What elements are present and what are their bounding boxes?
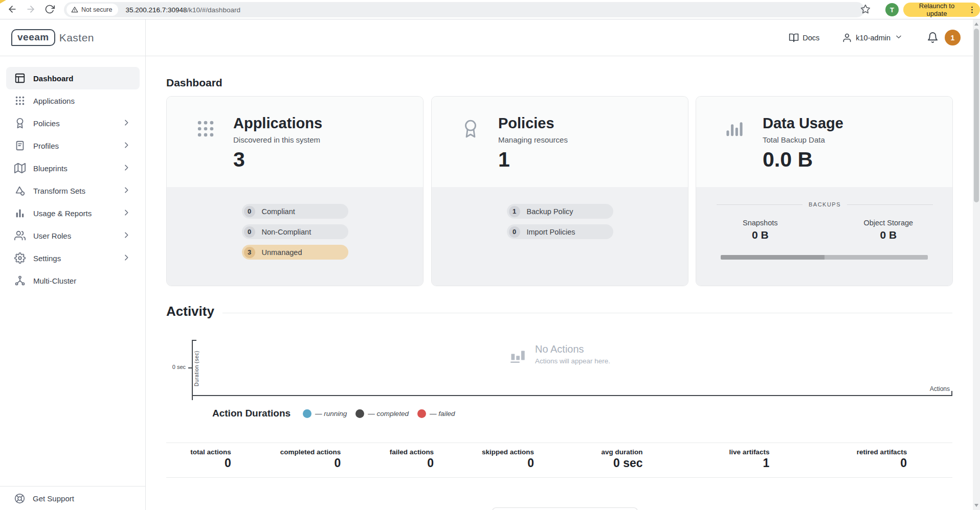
stat-avg-duration: avg duration0 sec [601, 448, 642, 470]
chart-y-axis-zero-tick [188, 367, 192, 368]
award-icon [14, 118, 26, 129]
open-book-icon [789, 33, 799, 43]
y-axis-title: Duration (sec) [194, 340, 202, 397]
sidebar-item-usage-reports[interactable]: Usage & Reports [6, 202, 140, 224]
sidebar-item-get-support[interactable]: Get Support [0, 486, 145, 510]
applications-grid-icon [196, 119, 215, 138]
user-menu[interactable]: k10-admin [842, 33, 902, 43]
relaunch-to-update-button[interactable]: Relaunch to update ⋮ [903, 3, 980, 17]
card-title: Policies [498, 115, 554, 132]
user-icon [842, 33, 852, 43]
import-policies-pill[interactable]: 0 Import Policies [507, 224, 613, 239]
sidebar-item-multi-cluster[interactable]: Multi-Cluster [6, 269, 140, 292]
chevron-right-icon [122, 231, 130, 239]
chart-x-axis [192, 395, 952, 396]
empty-state-subtitle: Actions will appear here. [535, 357, 610, 365]
applications-grid-icon [14, 95, 26, 106]
unmanaged-pill[interactable]: 3 Unmanaged [242, 245, 348, 260]
scrollbar-down-arrow[interactable] [974, 504, 978, 507]
map-icon [14, 163, 26, 174]
bookmark-star-icon[interactable] [860, 4, 871, 15]
completed-dot-icon [355, 409, 364, 418]
life-buoy-icon [14, 493, 25, 504]
backups-divider: BACKUPS [717, 201, 933, 207]
applications-card: Applications Discovered in this system 3… [166, 96, 424, 286]
card-value: 0.0 B [763, 148, 813, 172]
window-corner-accent [0, 0, 6, 4]
browser-profile-avatar[interactable]: T [885, 3, 899, 16]
non-compliant-pill[interactable]: 0 Non-Compliant [242, 224, 348, 239]
stat-retired-artifacts: retired artifacts0 [857, 448, 907, 470]
count-badge: 3 [244, 247, 255, 258]
stat-completed-actions: completed actions0 [280, 448, 341, 470]
next-section-card-edge [492, 507, 638, 510]
empty-state-title: No Actions [535, 343, 610, 355]
scrollbar-up-arrow[interactable] [974, 22, 978, 26]
sidebar-item-profiles[interactable]: Profiles [6, 134, 140, 157]
browser-forward-button[interactable] [25, 4, 37, 16]
transform-icon [14, 185, 26, 196]
backup-policy-pill[interactable]: 1 Backup Policy [507, 204, 613, 219]
kebab-menu-icon[interactable]: ⋮ [968, 5, 976, 14]
data-usage-bars-icon [725, 119, 745, 138]
backup-usage-bar [721, 255, 928, 260]
sidebar-nav: Dashboard Applications Policies Pro [0, 67, 146, 292]
stat-failed-actions: failed actions0 [390, 448, 434, 470]
stat-total-actions: total actions0 [190, 448, 231, 470]
warning-triangle-icon [71, 6, 78, 13]
x-axis-title: Actions [887, 385, 950, 392]
sidebar-item-transform-sets[interactable]: Transform Sets [6, 179, 140, 202]
browser-address-bar[interactable]: Not secure 35.200.216.7:30948/k10/#/dash… [64, 2, 864, 17]
policies-card: Policies Managing resources 1 1 Backup P… [431, 96, 688, 286]
sidebar: veeam Kasten Dashboard Applications [0, 19, 146, 510]
security-chip-label: Not secure [81, 6, 112, 13]
notifications-bell-icon[interactable] [927, 32, 939, 43]
chevron-right-icon [122, 119, 130, 127]
sidebar-item-user-roles[interactable]: User Roles [6, 224, 140, 247]
object-storage-bar-segment [825, 255, 928, 260]
chart-legend: Action Durations — running — completed —… [212, 407, 463, 420]
screen: Not secure 35.200.216.7:30948/k10/#/dash… [0, 0, 980, 510]
stat-skipped-actions: skipped actions0 [482, 448, 534, 470]
card-value: 3 [233, 148, 245, 172]
browser-back-button[interactable] [6, 4, 18, 16]
gear-icon [14, 252, 26, 264]
card-subtitle: Managing resources [498, 135, 568, 144]
legend-title: Action Durations [212, 408, 291, 419]
data-usage-card: Data Usage Total Backup Data 0.0 B BACKU… [696, 96, 953, 286]
y-axis-tick-label: 0 sec [160, 364, 186, 370]
empty-chart-icon [509, 345, 527, 364]
arrow-left-icon [7, 4, 17, 14]
sidebar-item-applications[interactable]: Applications [6, 89, 140, 112]
vertical-scrollbar[interactable] [973, 19, 980, 510]
reload-icon [44, 4, 55, 14]
browser-chrome: Not secure 35.200.216.7:30948/k10/#/dash… [0, 0, 980, 19]
sidebar-item-dashboard[interactable]: Dashboard [6, 67, 140, 89]
card-value: 1 [498, 148, 510, 172]
users-icon [14, 230, 26, 241]
sidebar-item-settings[interactable]: Settings [6, 247, 140, 269]
award-icon [461, 119, 480, 138]
security-chip[interactable]: Not secure [66, 4, 118, 16]
browser-reload-button[interactable] [43, 4, 56, 16]
chart-y-axis [192, 340, 193, 400]
card-subtitle: Discovered in this system [233, 135, 320, 144]
count-badge: 1 [509, 206, 520, 217]
chevron-right-icon [122, 208, 130, 217]
page-title: Dashboard [166, 77, 222, 89]
chevron-right-icon [122, 253, 130, 262]
chevron-right-icon [122, 186, 130, 194]
no-actions-empty-state: No Actions Actions will appear here. [509, 343, 610, 365]
scrollbar-thumb[interactable] [974, 29, 979, 202]
activity-stats-strip: total actions0 completed actions0 failed… [166, 443, 952, 478]
chart-x-axis-end-tick [951, 391, 952, 395]
sidebar-item-policies[interactable]: Policies [6, 112, 140, 134]
docs-link[interactable]: Docs [789, 33, 819, 43]
sidebar-item-blueprints[interactable]: Blueprints [6, 157, 140, 179]
compliant-pill[interactable]: 0 Compliant [242, 204, 348, 219]
activity-divider [222, 313, 952, 313]
arrow-right-icon [26, 4, 36, 14]
failed-dot-icon [417, 409, 426, 418]
veeam-logo: veeam [11, 29, 55, 46]
notification-count-badge[interactable]: 1 [945, 30, 961, 45]
